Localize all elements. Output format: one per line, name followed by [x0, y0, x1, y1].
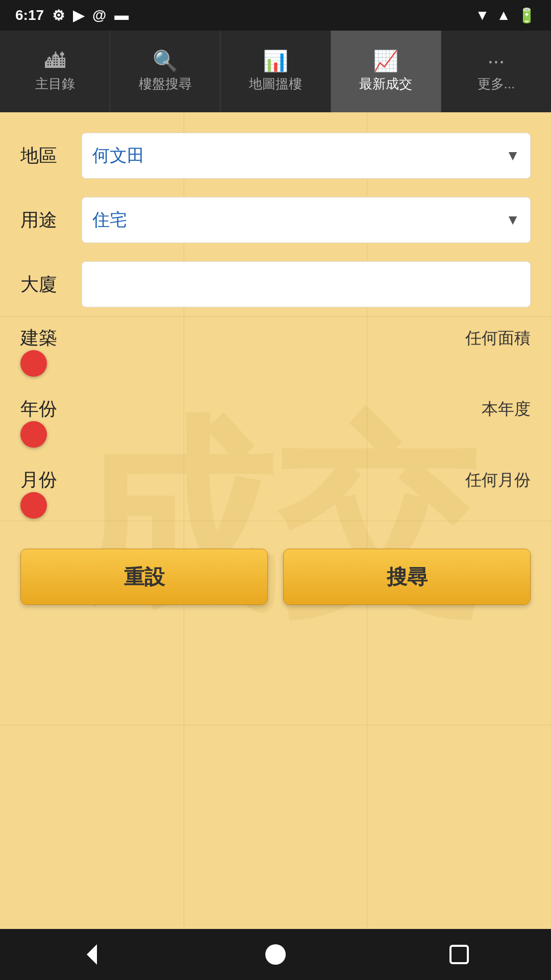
month-slider-row: 月份 任何月份: [20, 468, 531, 523]
year-slider[interactable]: [20, 430, 531, 450]
svg-point-1: [265, 944, 286, 965]
year-slider-row: 年份 本年度: [20, 397, 531, 452]
year-label: 年份: [20, 397, 57, 422]
back-icon: [79, 942, 105, 967]
district-arrow-icon: ▼: [506, 148, 520, 164]
month-label: 月份: [20, 468, 57, 493]
tab-latest[interactable]: 📈 最新成交: [331, 31, 441, 112]
month-slider-header: 月份 任何月份: [20, 468, 531, 493]
usage-dropdown[interactable]: 住宅 ▼: [82, 197, 531, 243]
svg-rect-2: [450, 946, 468, 963]
nav-tabs: 🏙 主目錄 🔍 樓盤搜尋 📊 地圖搵樓 📈 最新成交 ··· 更多...: [0, 31, 551, 112]
tab-map-label: 地圖搵樓: [249, 75, 302, 93]
settings-icon: ⚙: [52, 7, 65, 24]
tab-search[interactable]: 🔍 樓盤搜尋: [110, 31, 220, 112]
tab-latest-label: 最新成交: [359, 75, 412, 93]
more-icon: ···: [488, 51, 505, 71]
svg-marker-0: [87, 944, 97, 965]
year-slider-header: 年份 本年度: [20, 397, 531, 422]
usage-label: 用途: [20, 208, 82, 233]
button-row: 重設 搜尋: [20, 549, 531, 605]
status-left: 6:17 ⚙ ▶ @ ▬: [15, 7, 129, 24]
home-icon: 🏙: [45, 51, 65, 71]
status-time: 6:17: [15, 7, 44, 23]
recents-icon: [446, 942, 472, 967]
status-bar: 6:17 ⚙ ▶ @ ▬ ▼ ▲ 🔋: [0, 0, 551, 31]
reset-button[interactable]: 重設: [20, 549, 268, 605]
building-input-wrapper[interactable]: [82, 261, 531, 307]
tab-map[interactable]: 📊 地圖搵樓: [220, 31, 331, 112]
construction-slider-header: 建築 任何面積: [20, 326, 531, 351]
tab-home-label: 主目錄: [35, 75, 75, 93]
month-slider[interactable]: [20, 501, 531, 521]
building-input[interactable]: [92, 262, 520, 307]
tab-more[interactable]: ··· 更多...: [441, 31, 551, 112]
building-label: 大廈: [20, 272, 82, 297]
usage-row: 用途 住宅 ▼: [20, 197, 531, 243]
district-dropdown[interactable]: 何文田 ▼: [82, 133, 531, 179]
status-right: ▼ ▲ 🔋: [475, 7, 536, 24]
main-content: 成交 地區 何文田 ▼ 用途 住宅 ▼ 大廈 建築 任何面積 年份 本年: [0, 112, 551, 929]
tab-home[interactable]: 🏙 主目錄: [0, 31, 110, 112]
district-row: 地區 何文田 ▼: [20, 133, 531, 179]
card-icon: ▬: [114, 7, 129, 23]
at-icon: @: [92, 7, 106, 23]
bottom-bar: [0, 929, 551, 980]
back-button[interactable]: [71, 934, 112, 975]
construction-label: 建築: [20, 326, 57, 351]
month-value: 任何月份: [465, 469, 531, 492]
search-nav-icon: 🔍: [153, 51, 178, 71]
usage-value: 住宅: [92, 208, 127, 232]
year-value: 本年度: [482, 398, 531, 421]
tab-search-label: 樓盤搜尋: [139, 75, 192, 93]
construction-slider-row: 建築 任何面積: [20, 326, 531, 381]
signal-icon: ▲: [496, 7, 511, 23]
battery-icon: 🔋: [518, 7, 536, 24]
construction-value: 任何面積: [465, 327, 531, 350]
recents-button[interactable]: [439, 934, 480, 975]
building-row: 大廈: [20, 261, 531, 307]
home-button[interactable]: [255, 934, 296, 975]
latest-icon: 📈: [373, 51, 398, 71]
district-label: 地區: [20, 143, 82, 168]
tab-more-label: 更多...: [478, 75, 515, 93]
map-icon: 📊: [263, 51, 288, 71]
wifi-icon: ▼: [475, 7, 490, 23]
search-button[interactable]: 搜尋: [283, 549, 531, 605]
play-icon: ▶: [73, 7, 84, 24]
district-value: 何文田: [92, 144, 144, 167]
home-circle-icon: [263, 942, 288, 967]
construction-slider[interactable]: [20, 359, 531, 379]
usage-arrow-icon: ▼: [506, 212, 520, 228]
